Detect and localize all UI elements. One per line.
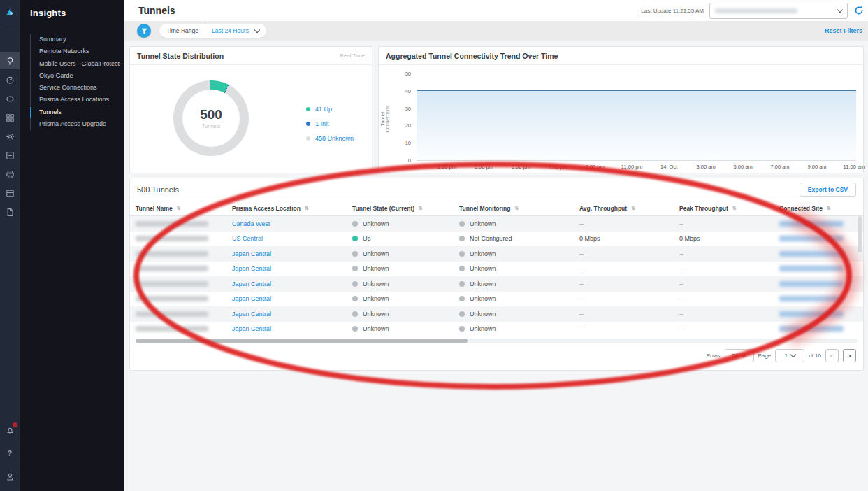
sidebar-item-service-connections[interactable]: Service Connections (31, 82, 124, 94)
vertical-scrollbar-thumb[interactable] (858, 216, 862, 252)
sidebar-item-summary[interactable]: Summary (31, 34, 124, 45)
sidebar-item-prisma-access-locations[interactable]: Prisma Access Locations (31, 94, 124, 106)
legend-dot (306, 107, 310, 111)
sort-icon[interactable]: ⇅ (732, 206, 737, 211)
location-cell: Japan Central (232, 311, 352, 318)
sort-icon[interactable]: ⇅ (305, 206, 309, 211)
sort-icon[interactable]: ⇅ (827, 206, 831, 211)
table-body: Canada WestUnknownUnknown----US CentralU… (130, 216, 863, 336)
donut-total-label: Tunnels (202, 123, 220, 129)
location-link[interactable]: Japan Central (232, 250, 271, 257)
horizontal-scrollbar[interactable] (136, 339, 858, 343)
legend-dot (306, 122, 310, 126)
status-label: Unknown (363, 250, 389, 257)
refresh-button[interactable] (853, 5, 865, 16)
apps-icon[interactable] (0, 109, 20, 126)
insights-icon[interactable] (0, 52, 20, 69)
column-header-peak-throughput[interactable]: Peak Throughput⇅ (679, 205, 779, 212)
x-tick: 7:00 am (770, 164, 789, 170)
account-dropdown[interactable] (709, 3, 848, 19)
x-tick: 3:00 am (697, 164, 716, 170)
monitor-icon[interactable] (0, 90, 20, 107)
table-row[interactable]: Japan CentralUnknownUnknown---- (130, 322, 863, 337)
print-icon[interactable] (0, 166, 20, 183)
status-dot-icon (352, 311, 358, 317)
sidebar-item-okyo-garde[interactable]: Okyo Garde (31, 70, 124, 82)
sidebar-item-remote-networks[interactable]: Remote Networks (31, 45, 124, 57)
location-link[interactable]: Japan Central (232, 265, 271, 272)
connected-site-cell (779, 311, 858, 317)
y-axis-label: Tunnel Connections (380, 98, 390, 140)
help-icon[interactable]: ? (0, 445, 20, 462)
redacted-connected-site[interactable] (779, 326, 844, 332)
x-tick: 11:00 am (844, 164, 865, 170)
document-icon[interactable] (0, 204, 20, 220)
sort-icon[interactable]: ⇅ (515, 206, 519, 211)
table-row[interactable]: Japan CentralUnknownUnknown---- (130, 306, 863, 322)
redacted-connected-site[interactable] (779, 296, 844, 301)
settings-icon[interactable] (0, 128, 20, 145)
page-select[interactable]: 1 (775, 349, 804, 362)
user-icon[interactable] (0, 468, 20, 485)
add-widget-icon[interactable] (0, 147, 20, 164)
table-row[interactable]: Japan CentralUnknownUnknown---- (130, 276, 863, 292)
filter-button[interactable] (137, 24, 151, 38)
location-link[interactable]: Japan Central (232, 311, 271, 318)
table-row[interactable]: Japan CentralUnknownUnknown---- (130, 262, 863, 277)
legend-item-up[interactable]: 41 Up (306, 101, 354, 116)
tunnel-state-cell: Unknown (352, 295, 459, 302)
table-row[interactable]: Canada WestUnknownUnknown---- (130, 216, 863, 232)
last-update-text: Last Update 11:21:55 AM (641, 8, 704, 14)
legend-item-init[interactable]: 1 Init (306, 116, 354, 131)
sort-icon[interactable]: ⇅ (177, 206, 181, 211)
redacted-connected-site[interactable] (779, 221, 844, 227)
peak-throughput-cell: -- (679, 280, 779, 287)
redacted-connected-site[interactable] (779, 251, 844, 257)
sidebar-item-tunnels[interactable]: Tunnels (31, 106, 124, 118)
redacted-connected-site[interactable] (779, 266, 844, 271)
redacted-connected-site[interactable] (779, 281, 844, 287)
notifications-icon[interactable] (0, 422, 20, 439)
sort-icon[interactable]: ⇅ (631, 206, 635, 211)
dashboard-icon[interactable] (0, 71, 20, 88)
status-label: Unknown (470, 325, 496, 332)
sort-icon[interactable]: ⇅ (419, 206, 423, 211)
real-time-badge: Real Time (340, 52, 365, 59)
horizontal-scrollbar-thumb[interactable] (136, 339, 468, 343)
next-page-button[interactable]: > (843, 349, 856, 362)
table-row[interactable]: Japan CentralUnknownUnknown---- (130, 246, 863, 262)
redacted-connected-site[interactable] (779, 236, 844, 241)
reset-filters-link[interactable]: Reset Filters (825, 27, 862, 34)
status-label: Unknown (363, 280, 389, 287)
location-link[interactable]: Canada West (232, 220, 270, 227)
column-header-avg-throughput[interactable]: Avg. Throughput⇅ (579, 205, 679, 212)
layout-icon[interactable] (0, 185, 20, 201)
connected-site-cell (779, 266, 858, 271)
column-header-connected-site[interactable]: Connected Site⇅ (779, 205, 858, 212)
table-row[interactable]: Japan CentralUnknownUnknown---- (130, 292, 863, 307)
location-link[interactable]: Japan Central (232, 280, 271, 287)
redacted-connected-site[interactable] (779, 311, 844, 317)
rows-per-page-value: 50 (732, 353, 739, 359)
connected-site-cell (779, 326, 858, 332)
location-link[interactable]: US Central (232, 235, 263, 242)
sidebar-item-prisma-access-upgrade[interactable]: Prisma Access Upgrade (31, 118, 124, 130)
column-header-prisma-access-location[interactable]: Prisma Access Location⇅ (232, 205, 352, 212)
column-header-tunnel-state-current[interactable]: Tunnel State (Current)⇅ (352, 205, 459, 212)
previous-page-button[interactable]: < (825, 349, 839, 362)
location-link[interactable]: Japan Central (232, 295, 271, 302)
tunnels-table-card: 500 Tunnels Export to CSV Tunnel Name⇅Pr… (129, 178, 864, 371)
status-dot-icon (459, 281, 465, 287)
x-axis-ticks: 1:00 pm3:00 pm5:00 pm7:00 pm9:00 pm11:00… (417, 164, 856, 172)
location-link[interactable]: Japan Central (232, 325, 271, 332)
sidebar-item-mobile-users-globalprotect[interactable]: Mobile Users - GlobalProtect (31, 58, 124, 70)
time-range-select[interactable]: Time Range Last 24 Hours (159, 24, 266, 38)
status-label: Unknown (363, 311, 389, 318)
legend-item-unknown[interactable]: 458 Unknown (306, 131, 354, 145)
column-header-tunnel-name[interactable]: Tunnel Name⇅ (136, 205, 232, 212)
rows-per-page-select[interactable]: 50 (725, 349, 754, 362)
prisma-logo[interactable] (0, 0, 20, 24)
column-header-tunnel-monitoring[interactable]: Tunnel Monitoring⇅ (459, 205, 579, 212)
table-row[interactable]: US CentralUpNot Configured0 Mbps0 Mbps (130, 232, 863, 247)
export-csv-button[interactable]: Export to CSV (800, 183, 856, 197)
